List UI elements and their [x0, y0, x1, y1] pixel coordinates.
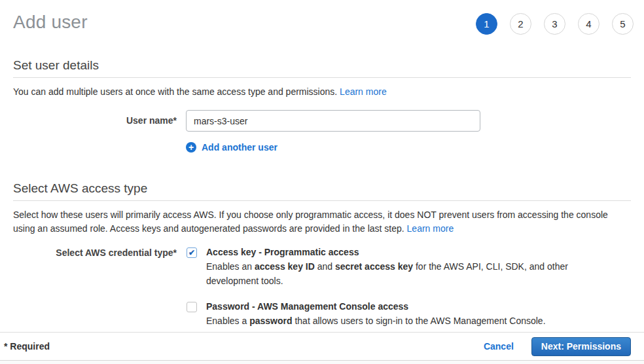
user-details-intro: You can add multiple users at once with …: [13, 85, 631, 99]
access-key-option-content: Access key - Programmatic access Enables…: [206, 247, 569, 288]
desc-text: that allows users to sign-in to the AWS …: [293, 316, 546, 326]
step-1-indicator: 1: [476, 13, 497, 35]
password-checkbox[interactable]: [187, 302, 197, 312]
page-bottom-edge: [0, 360, 644, 364]
access-type-intro-text: Select how these users will primarily ac…: [13, 209, 608, 234]
access-key-option-description: Enables an access key ID and secret acce…: [206, 260, 569, 288]
wizard-header: Add user 1 2 3 4 5: [13, 12, 631, 35]
access-type-intro: Select how these users will primarily ac…: [13, 208, 631, 236]
learn-more-link-user-details[interactable]: Learn more: [340, 86, 387, 97]
access-key-checkbox[interactable]: ✔: [187, 247, 197, 258]
password-option-content: Password - AWS Management Console access…: [206, 301, 546, 329]
desc-text: Enables an: [206, 261, 255, 272]
access-key-option: ✔ Access key - Programmatic access Enabl…: [187, 247, 569, 288]
cancel-button[interactable]: Cancel: [484, 341, 514, 352]
add-another-user-button[interactable]: + Add another user: [186, 142, 631, 153]
password-option: Password - AWS Management Console access…: [187, 301, 569, 329]
desc-text: and: [315, 261, 335, 272]
section-heading-access-type: Select AWS access type: [13, 181, 631, 196]
step-3-indicator: 3: [544, 13, 565, 35]
desc-bold-text: secret access key: [335, 261, 413, 272]
step-2-indicator: 2: [510, 13, 531, 35]
add-user-wizard-page: Add user 1 2 3 4 5 Set user details You …: [0, 0, 644, 332]
required-note: * Required: [4, 341, 50, 352]
credential-options: ✔ Access key - Programmatic access Enabl…: [187, 247, 569, 329]
password-option-description: Enables a password that allows users to …: [206, 314, 546, 329]
username-label: User name*: [13, 110, 177, 132]
wizard-footer: * Required Cancel Next: Permissions: [0, 332, 644, 360]
username-input[interactable]: [186, 110, 480, 132]
username-row: User name*: [13, 110, 631, 132]
add-another-user-label: Add another user: [202, 142, 277, 153]
wizard-step-indicator: 1 2 3 4 5: [476, 13, 634, 35]
user-details-intro-text: You can add multiple users at once with …: [13, 86, 340, 97]
page-title: Add user: [13, 12, 88, 33]
desc-bold-text: access key ID: [255, 261, 315, 272]
next-permissions-button[interactable]: Next: Permissions: [531, 337, 631, 356]
desc-text: Enables a: [206, 316, 249, 326]
section-divider: [13, 200, 631, 201]
desc-bold-text: password: [249, 316, 292, 326]
credential-type-row: Select AWS credential type* ✔ Access key…: [13, 247, 631, 329]
section-heading-user-details: Set user details: [13, 58, 631, 73]
learn-more-link-access-type[interactable]: Learn more: [407, 223, 454, 234]
step-4-indicator: 4: [578, 13, 599, 35]
credential-type-label: Select AWS credential type*: [13, 247, 177, 329]
plus-circle-icon: +: [186, 142, 196, 153]
access-key-option-title: Access key - Programmatic access: [206, 247, 569, 257]
step-5-indicator: 5: [612, 13, 634, 35]
section-divider: [13, 77, 631, 78]
password-option-title: Password - AWS Management Console access: [206, 301, 546, 312]
